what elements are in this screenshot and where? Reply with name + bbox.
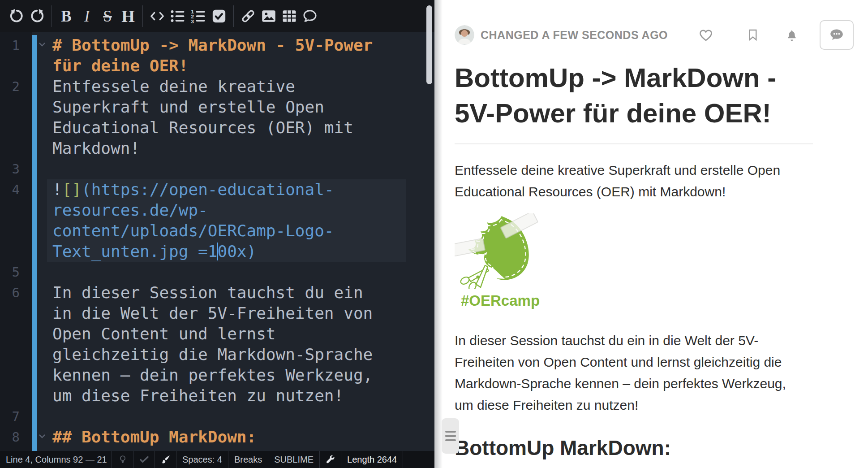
- line-text: ## BottomUp MarkDown:: [52, 427, 406, 447]
- line-text: # BottomUp -> MarkDown - 5V-Power für de…: [52, 35, 406, 76]
- editor-line[interactable]: 7: [0, 406, 434, 427]
- toolbar-separator: [142, 5, 143, 27]
- spaces-setting[interactable]: Spaces: 4: [176, 451, 228, 468]
- oercamp-logo-image: [455, 213, 547, 289]
- section-heading: BottomUp MarkDown:: [455, 436, 813, 460]
- redo-icon[interactable]: [27, 5, 47, 27]
- cursor-position-status: Line 4, Columns 92 — 21: [0, 451, 112, 468]
- insert-link-icon[interactable]: [238, 5, 258, 27]
- chat-bubble-icon: [828, 27, 846, 43]
- editor-line[interactable]: 4![](https://open-educational-resources.…: [0, 179, 434, 262]
- heading-icon[interactable]: H: [118, 5, 138, 27]
- fold-chevron-icon[interactable]: [39, 434, 46, 439]
- ordered-list-icon[interactable]: 123: [188, 5, 209, 27]
- strikethrough-icon[interactable]: S: [97, 5, 118, 27]
- line-number: 2: [0, 76, 20, 159]
- insert-image-icon[interactable]: [258, 5, 279, 27]
- handle-bar: [445, 435, 456, 437]
- scissors-icon: [460, 265, 489, 289]
- editor-text-area[interactable]: 1# BottomUp -> MarkDown - 5V-Power für d…: [0, 32, 434, 451]
- status-bar-filler: [403, 451, 434, 468]
- editor-line[interactable]: 5: [0, 262, 434, 282]
- handle-bar: [445, 439, 456, 442]
- document-length-status: Length 2644: [341, 451, 403, 468]
- session-paragraph: In dieser Session tauchst du ein in die …: [455, 330, 804, 416]
- toolbar-separator: [52, 5, 52, 27]
- comments-button[interactable]: [820, 20, 854, 50]
- intro-paragraph: Entfessele deine kreative Superkraft und…: [455, 160, 804, 203]
- line-number: 5: [0, 262, 20, 282]
- line-text: In dieser Session tauchst du ein in die …: [52, 282, 406, 406]
- line-number: 3: [0, 159, 20, 179]
- wrench-icon[interactable]: [320, 451, 341, 468]
- editor-line[interactable]: 3: [0, 159, 434, 179]
- svg-text:3: 3: [191, 18, 194, 24]
- notification-bell-icon[interactable]: [785, 27, 799, 43]
- check-list-icon[interactable]: [209, 5, 229, 27]
- breaks-setting[interactable]: Breaks: [228, 451, 268, 468]
- line-text: [52, 447, 406, 451]
- keymap-setting[interactable]: SUBLIME: [268, 451, 320, 468]
- markdown-editor-pane: B I S H 123 1# BottomUp -> MarkD: [0, 0, 434, 468]
- line-number: 9: [0, 447, 20, 451]
- editor-line[interactable]: 9: [0, 447, 434, 451]
- editor-status-bar: Line 4, Columns 92 — 21 Spaces: 4 Breaks…: [0, 451, 434, 468]
- document-title: BottomUp -> MarkDown - 5V-Power für dein…: [455, 60, 813, 131]
- text-cursor: [217, 243, 218, 260]
- insert-table-icon[interactable]: [279, 5, 300, 27]
- editor-line[interactable]: 6In dieser Session tauchst du ein in die…: [0, 282, 434, 406]
- pane-resize-handle[interactable]: [442, 418, 459, 454]
- unordered-list-icon[interactable]: [168, 5, 188, 27]
- lightbulb-icon[interactable]: [112, 451, 133, 468]
- undo-icon[interactable]: [6, 5, 27, 27]
- oercamp-logo: #OERcamp: [455, 213, 813, 309]
- preview-actions: [698, 20, 854, 50]
- line-number: 7: [0, 406, 20, 427]
- line-number: 1: [0, 35, 20, 76]
- spellcheck-check-icon[interactable]: [133, 451, 155, 468]
- toolbar-separator: [233, 5, 234, 27]
- line-text: [52, 159, 406, 179]
- line-number: 4: [0, 179, 20, 262]
- last-changed-label: CHANGED A FEW SECONDS AGO: [481, 29, 668, 42]
- line-text: [52, 262, 406, 282]
- avatar[interactable]: [455, 25, 474, 45]
- code-block-icon[interactable]: [147, 5, 168, 27]
- like-heart-icon[interactable]: [698, 27, 714, 43]
- horizontal-rule: [455, 143, 813, 144]
- line-text: ![](https://open-educational-resources.d…: [52, 179, 406, 262]
- line-text: [52, 406, 406, 427]
- oercamp-logo-caption: #OERcamp: [461, 292, 813, 309]
- markdown-preview-pane: CHANGED A FEW SECONDS AGO BottomUp -> Ma…: [434, 0, 868, 468]
- fold-chevron-icon[interactable]: [39, 42, 46, 48]
- preview-content: BottomUp -> MarkDown - 5V-Power für dein…: [434, 60, 813, 468]
- editor-line[interactable]: 1# BottomUp -> MarkDown - 5V-Power für d…: [0, 35, 434, 76]
- theme-brush-icon[interactable]: [155, 451, 176, 468]
- preview-header: CHANGED A FEW SECONDS AGO: [434, 0, 868, 50]
- italic-icon[interactable]: I: [77, 5, 97, 27]
- line-number: 8: [0, 427, 20, 447]
- comment-icon[interactable]: [300, 5, 320, 27]
- editor-toolbar: B I S H 123: [0, 0, 434, 32]
- line-text: Entfessele deine kreative Superkraft und…: [52, 76, 406, 159]
- editor-lines: 1# BottomUp -> MarkDown - 5V-Power für d…: [0, 35, 434, 451]
- editor-scrollbar-thumb[interactable]: [426, 5, 432, 84]
- bold-icon[interactable]: B: [56, 5, 77, 27]
- editor-line[interactable]: 2Entfessele deine kreative Superkraft un…: [0, 76, 434, 159]
- handle-bar: [445, 431, 456, 433]
- pane-divider-shadow: [434, 0, 443, 468]
- bookmark-icon[interactable]: [746, 27, 760, 43]
- line-number: 6: [0, 282, 20, 406]
- editor-line[interactable]: 8## BottomUp MarkDown:: [0, 427, 434, 447]
